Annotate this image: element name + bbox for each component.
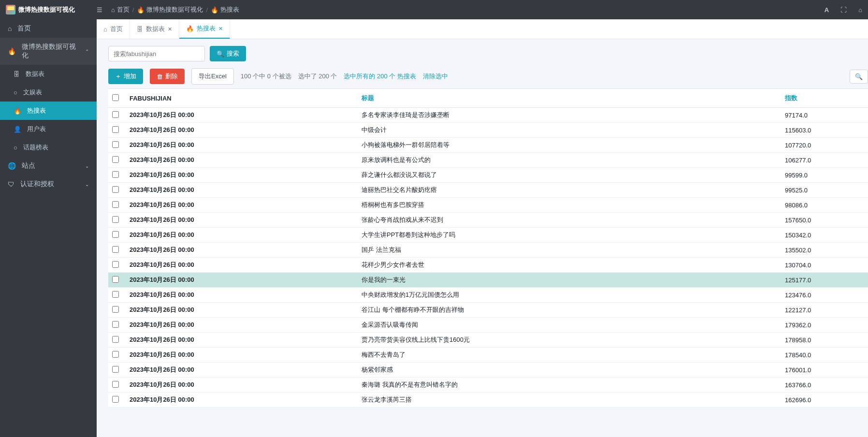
row-checkbox[interactable] (112, 141, 119, 148)
table-row[interactable]: 2023年10月26日 00:00梅西不去青岛了178540.0 (108, 348, 868, 363)
sidebar-item-数据表[interactable]: 🗄数据表 (0, 65, 97, 83)
table-row[interactable]: 2023年10月26日 00:00金采源否认吸毒传闻179362.0 (108, 318, 868, 333)
cell-date[interactable]: 2023年10月26日 00:00 (126, 303, 358, 318)
table-row[interactable]: 2023年10月26日 00:00中央财政增发的1万亿元国债怎么用123476.… (108, 288, 868, 303)
cell-date[interactable]: 2023年10月26日 00:00 (126, 213, 358, 228)
add-button[interactable]: ＋ 增加 (108, 69, 143, 84)
cell-date[interactable]: 2023年10月26日 00:00 (126, 168, 358, 183)
cell-date[interactable]: 2023年10月26日 00:00 (126, 258, 358, 273)
table-row[interactable]: 2023年10月26日 00:00大学生讲PPT都卷到这种地步了吗150342.… (108, 228, 868, 243)
table-row[interactable]: 2023年10月26日 00:00谷江山 每个棚都有睁不开眼的吉祥物122127… (108, 303, 868, 318)
cell-date[interactable]: 2023年10月26日 00:00 (126, 153, 358, 168)
cell-date[interactable]: 2023年10月26日 00:00 (126, 108, 358, 123)
table-row[interactable]: 2023年10月26日 00:00中级会计115603.0 (108, 123, 868, 138)
col-title[interactable]: 标题 (358, 89, 781, 108)
cell-date[interactable]: 2023年10月26日 00:00 (126, 378, 358, 393)
row-checkbox[interactable] (112, 111, 119, 118)
breadcrumb-home[interactable]: ⌂ 首页 (111, 5, 130, 14)
cell-date[interactable]: 2023年10月26日 00:00 (126, 228, 358, 243)
menu-toggle-icon[interactable]: ☰ (97, 6, 102, 14)
cell-date[interactable]: 2023年10月26日 00:00 (126, 273, 358, 288)
cell-date[interactable]: 2023年10月26日 00:00 (126, 318, 358, 333)
cell-date[interactable]: 2023年10月26日 00:00 (126, 198, 358, 213)
row-checkbox[interactable] (112, 231, 119, 238)
clear-selection-link[interactable]: 清除选中 (423, 72, 448, 81)
search-button[interactable]: 🔍 搜索 (210, 46, 246, 61)
table-row[interactable]: 2023年10月26日 00:00小狗被落电梯外一群邻居陪着等107720.0 (108, 138, 868, 153)
table-row[interactable]: 2023年10月26日 00:00薛之谦什么都没说又都说了99599.0 (108, 168, 868, 183)
table-row[interactable]: 2023年10月26日 00:00国乒 法兰克福135502.0 (108, 243, 868, 258)
row-checkbox[interactable] (112, 171, 119, 178)
table-row[interactable]: 2023年10月26日 00:00张云龙李溪芮三搭162696.0 (108, 393, 868, 408)
sidebar-item-用户表[interactable]: 👤用户表 (0, 120, 97, 138)
sidebar-group-weibo[interactable]: 🔥 微博热搜数据可视化 ⌃ (0, 38, 97, 65)
table-row[interactable]: 2023年10月26日 00:00多名专家谈李佳琦是否涉嫌垄断97174.0 (108, 108, 868, 123)
sidebar-item-热搜表[interactable]: 🔥热搜表 (0, 102, 97, 120)
cell-index: 176001.0 (781, 363, 868, 378)
table-row[interactable]: 2023年10月26日 00:00张龄心夸肖战拍戏从来不迟到157650.0 (108, 213, 868, 228)
row-checkbox[interactable] (112, 276, 119, 283)
row-checkbox[interactable] (112, 186, 119, 193)
select-all-checkbox[interactable] (112, 94, 119, 101)
sidebar-home[interactable]: ⌂ 首页 (0, 19, 97, 38)
row-checkbox[interactable] (112, 336, 119, 343)
col-fabushijian[interactable]: FABUSHIJIAN (126, 89, 358, 108)
row-checkbox[interactable] (112, 321, 119, 328)
row-checkbox[interactable] (112, 216, 119, 223)
row-checkbox[interactable] (112, 291, 119, 298)
sidebar-site[interactable]: 🌐 站点 ⌄ (0, 157, 97, 175)
filter-search-button[interactable]: 🔍 (850, 70, 868, 84)
fire-icon: 🔥 (14, 107, 21, 115)
table-row[interactable]: 2023年10月26日 00:00你是我的一束光125177.0 (108, 273, 868, 288)
search-input[interactable] (108, 46, 205, 61)
data-table: FABUSHIJIAN 标题 指数 2023年10月26日 00:00多名专家谈… (108, 88, 868, 408)
sidebar-item-文娱表[interactable]: ○文娱表 (0, 83, 97, 102)
table-row[interactable]: 2023年10月26日 00:00迪丽热巴社交名片酸奶疙瘩99525.0 (108, 183, 868, 198)
cell-date[interactable]: 2023年10月26日 00:00 (126, 123, 358, 138)
col-index[interactable]: 指数 (781, 89, 868, 108)
table-row[interactable]: 2023年10月26日 00:00花样少男少女作者去世130704.0 (108, 258, 868, 273)
row-checkbox[interactable] (112, 201, 119, 208)
row-checkbox[interactable] (112, 396, 119, 403)
row-checkbox[interactable] (112, 306, 119, 313)
close-icon[interactable]: ✕ (218, 26, 223, 32)
tab-label: 热搜表 (197, 24, 216, 33)
cell-date[interactable]: 2023年10月26日 00:00 (126, 393, 358, 408)
cell-date[interactable]: 2023年10月26日 00:00 (126, 348, 358, 363)
delete-button[interactable]: 🗑 删除 (150, 69, 185, 84)
table-row[interactable]: 2023年10月26日 00:00梧桐树也有多巴胺穿搭98086.0 (108, 198, 868, 213)
tab-热搜表[interactable]: 🔥热搜表✕ (179, 19, 230, 39)
cell-title: 原来放调料也是有公式的 (358, 153, 781, 168)
cell-date[interactable]: 2023年10月26日 00:00 (126, 138, 358, 153)
tab-首页[interactable]: ⌂首页 (97, 19, 130, 39)
cell-date[interactable]: 2023年10月26日 00:00 (126, 363, 358, 378)
row-checkbox[interactable] (112, 261, 119, 268)
cell-date[interactable]: 2023年10月26日 00:00 (126, 333, 358, 348)
home-icon[interactable]: ⌂ (858, 6, 862, 14)
cell-date[interactable]: 2023年10月26日 00:00 (126, 243, 358, 258)
font-icon[interactable]: A (825, 6, 829, 14)
table-row[interactable]: 2023年10月26日 00:00贾乃亮带货美容仪线上比线下贵1600元1789… (108, 333, 868, 348)
breadcrumb-group[interactable]: 🔥 微博热搜数据可视化 (137, 5, 203, 14)
row-checkbox[interactable] (112, 366, 119, 373)
table-row[interactable]: 2023年10月26日 00:00原来放调料也是有公式的106277.0 (108, 153, 868, 168)
table-row[interactable]: 2023年10月26日 00:00杨紫邻家感176001.0 (108, 363, 868, 378)
chevron-down-icon: ⌄ (85, 163, 89, 169)
row-checkbox[interactable] (112, 156, 119, 163)
close-icon[interactable]: ✕ (168, 26, 172, 32)
row-checkbox[interactable] (112, 351, 119, 358)
cell-date[interactable]: 2023年10月26日 00:00 (126, 183, 358, 198)
row-checkbox[interactable] (112, 126, 119, 133)
sidebar-auth[interactable]: 🛡 认证和授权 ⌄ (0, 175, 97, 193)
row-checkbox[interactable] (112, 381, 119, 388)
row-checkbox[interactable] (112, 246, 119, 253)
sidebar-item-话题榜表[interactable]: ○话题榜表 (0, 138, 97, 157)
cell-title: 谷江山 每个棚都有睁不开眼的吉祥物 (358, 303, 781, 318)
export-excel-button[interactable]: 导出Excel (191, 68, 234, 85)
cell-date[interactable]: 2023年10月26日 00:00 (126, 288, 358, 303)
table-row[interactable]: 2023年10月26日 00:00秦海璐 我真的不是有意叫错名字的163766.… (108, 378, 868, 393)
fullscreen-icon[interactable]: ⛶ (840, 6, 847, 14)
cell-title: 金采源否认吸毒传闻 (358, 318, 781, 333)
select-all-link[interactable]: 选中所有的 200 个 热搜表 (344, 72, 416, 81)
tab-数据表[interactable]: 🗄数据表✕ (130, 19, 179, 39)
